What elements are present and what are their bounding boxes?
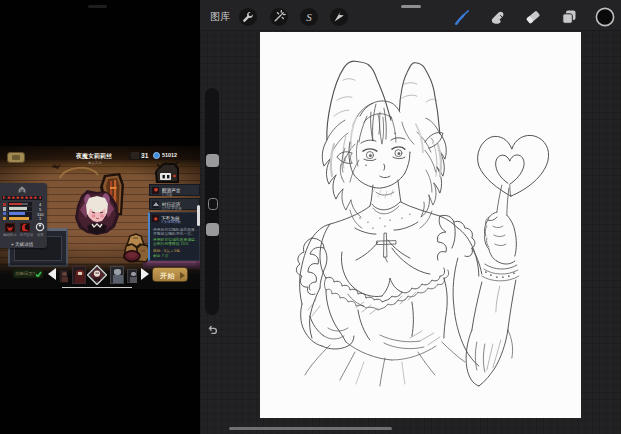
svg-text:S: S <box>306 11 312 23</box>
